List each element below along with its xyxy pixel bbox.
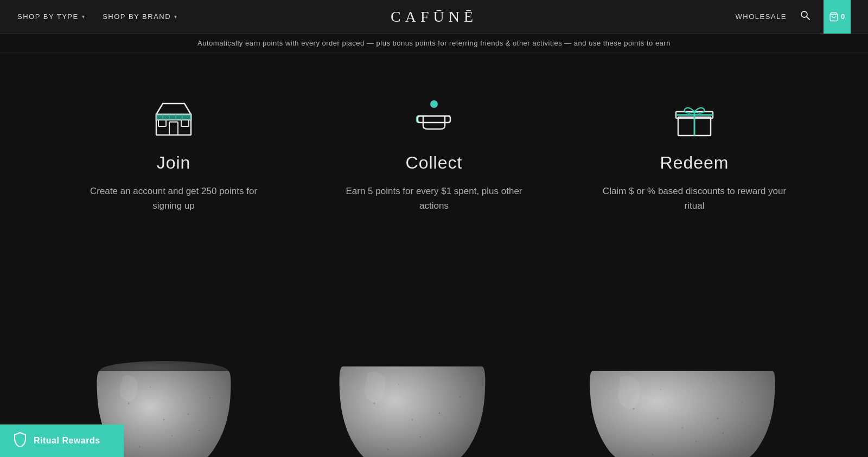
svg-point-32: [387, 449, 388, 450]
svg-point-33: [459, 396, 461, 397]
site-logo[interactable]: CAFŪNĒ: [391, 8, 477, 25]
svg-point-21: [150, 387, 151, 388]
cup-middle-container: [320, 333, 505, 457]
collect-title: Collect: [406, 153, 463, 173]
svg-point-27: [199, 430, 200, 431]
ritual-rewards-button[interactable]: Ritual Rewards: [0, 424, 124, 457]
cups-section: [0, 333, 868, 457]
svg-point-31: [420, 436, 421, 437]
wholesale-link[interactable]: WHOLESALE: [736, 12, 787, 21]
redeem-column: Redeem Claim $ or % based discounts to r…: [564, 96, 825, 213]
store-icon: [149, 96, 198, 140]
collect-description: Earn 5 points for every $1 spent, plus o…: [342, 184, 526, 213]
svg-point-35: [633, 408, 635, 410]
svg-point-20: [127, 403, 129, 404]
svg-rect-7: [181, 120, 189, 126]
svg-rect-8: [156, 114, 191, 120]
collect-icon: [410, 96, 458, 140]
collect-column: Collect Earn 5 points for every $1 spent…: [304, 96, 564, 213]
svg-point-37: [717, 418, 719, 420]
cup-right-container: [577, 344, 788, 457]
svg-point-23: [171, 435, 173, 436]
nav-right: WHOLESALE 0: [736, 0, 851, 34]
top-banner: Automatically earn points with every ord…: [0, 34, 868, 53]
ritual-rewards-label: Ritual Rewards: [34, 436, 100, 446]
cup-right: [577, 344, 788, 457]
main-content: Join Create an account and get 250 point…: [0, 53, 868, 457]
cart-count: 0: [841, 12, 845, 21]
svg-point-39: [652, 454, 654, 456]
svg-point-40: [742, 402, 743, 403]
svg-rect-6: [158, 120, 166, 126]
svg-point-24: [138, 446, 140, 448]
redeem-description: Claim $ or % based discounts to reward y…: [602, 184, 787, 213]
svg-point-34: [411, 419, 413, 421]
svg-point-30: [438, 413, 440, 414]
nav-left: SHOP BY TYPE ▾ SHOP BY BRAND ▾: [17, 12, 178, 21]
join-title: Join: [157, 153, 191, 173]
shield-icon: [13, 432, 27, 450]
svg-point-26: [163, 419, 164, 421]
features-section: Join Create an account and get 250 point…: [0, 53, 868, 235]
svg-point-29: [398, 384, 399, 385]
svg-point-38: [695, 441, 697, 442]
search-icon[interactable]: [800, 10, 810, 23]
svg-point-0: [801, 11, 807, 17]
svg-rect-5: [169, 122, 178, 135]
svg-point-42: [723, 433, 724, 434]
svg-point-22: [187, 414, 189, 415]
svg-line-1: [807, 17, 809, 20]
banner-text: Automatically earn points with every ord…: [197, 39, 671, 47]
shop-by-brand-label: SHOP BY BRAND: [103, 12, 171, 21]
shop-by-type-menu[interactable]: SHOP BY TYPE ▾: [17, 12, 85, 21]
svg-point-25: [209, 397, 210, 398]
join-column: Join Create an account and get 250 point…: [43, 96, 304, 213]
shop-by-brand-chevron: ▾: [174, 14, 178, 20]
redeem-title: Redeem: [660, 153, 729, 173]
svg-point-36: [660, 389, 661, 390]
svg-point-41: [682, 427, 684, 429]
join-description: Create an account and get 250 points for…: [81, 184, 266, 213]
svg-point-13: [430, 100, 438, 108]
shop-by-type-label: SHOP BY TYPE: [17, 12, 79, 21]
navbar: SHOP BY TYPE ▾ SHOP BY BRAND ▾ CAFŪNĒ WH…: [0, 0, 868, 34]
shop-by-type-chevron: ▾: [82, 14, 86, 20]
shop-by-brand-menu[interactable]: SHOP BY BRAND ▾: [103, 12, 177, 21]
gift-icon: [670, 96, 719, 140]
cart-button[interactable]: 0: [824, 0, 851, 34]
cup-middle: [320, 333, 505, 457]
svg-point-28: [373, 403, 375, 404]
